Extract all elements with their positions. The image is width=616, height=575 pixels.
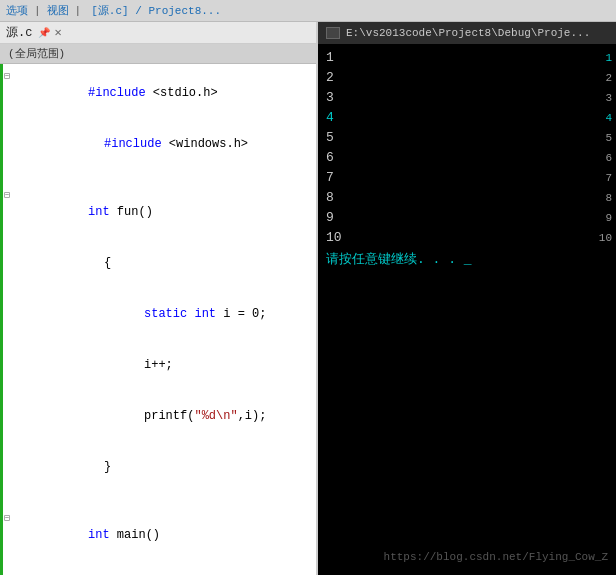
output-numbers: 1 2 3 4 5 6 7 8 9 10 请按任意键继续. . . _ — [326, 48, 472, 571]
console-panel: E:\vs2013code\Project8\Debug\Proje... 1 … — [318, 22, 616, 575]
code-line-9: } — [0, 442, 316, 493]
code-line-10 — [0, 493, 316, 510]
line-content-4: int fun() — [14, 187, 316, 238]
line-content-11: int main() — [14, 510, 316, 561]
scope-label: (全局范围) — [8, 46, 65, 61]
file-tab[interactable]: 源.c 📌 ✕ — [0, 22, 316, 44]
line-content-9: } — [14, 442, 316, 493]
breadcrumb: 选项 — [6, 3, 28, 18]
console-content: 1 2 3 4 5 6 7 8 9 10 请按任意键继续. . . _ 1 2 … — [318, 44, 616, 575]
line-content-3 — [14, 170, 316, 187]
code-line-2: #include <windows.h> — [0, 119, 316, 170]
file-tab-name: 源.c — [6, 24, 32, 41]
output-line-9: 9 — [326, 208, 472, 228]
line-content-1: #include <stdio.h> — [14, 68, 316, 119]
code-area[interactable]: ⊟ #include <stdio.h> #include <windows.h… — [0, 64, 316, 575]
line-content-8: printf("%d\n",i); — [14, 391, 316, 442]
code-line-11: ⊟ int main() — [0, 510, 316, 561]
watermark: https://blog.csdn.net/Flying_Cow_Z — [384, 547, 608, 567]
line-content-6: static int i = 0; — [14, 289, 316, 340]
right-line-numbers: 1 2 3 4 5 6 7 8 9 10 — [599, 48, 612, 248]
code-line-4: ⊟ int fun() — [0, 187, 316, 238]
output-line-7: 7 — [326, 168, 472, 188]
output-line-3: 3 — [326, 88, 472, 108]
top-bar: 选项 | 视图 | [源.c] / Project8... — [0, 0, 616, 22]
line-content-12: { — [14, 561, 316, 575]
line-content-10 — [14, 493, 316, 510]
output-line-8: 8 — [326, 188, 472, 208]
output-line-5: 5 — [326, 128, 472, 148]
line-content-7: i++; — [14, 340, 316, 391]
pin-icon[interactable]: 📌 — [38, 27, 50, 39]
output-line-1: 1 — [326, 48, 472, 68]
close-icon[interactable]: ✕ — [54, 25, 61, 40]
breadcrumb2: 视图 — [47, 3, 69, 18]
line-content-2: #include <windows.h> — [14, 119, 316, 170]
console-title: E:\vs2013code\Project8\Debug\Proje... — [346, 27, 590, 39]
console-title-bar: E:\vs2013code\Project8\Debug\Proje... — [318, 22, 616, 44]
scope-bar[interactable]: (全局范围) — [0, 44, 316, 64]
continue-message: 请按任意键继续. . . _ — [326, 250, 472, 270]
line-content-5: { — [14, 238, 316, 289]
project-path: [源.c] / Project8... — [91, 3, 221, 18]
editor-panel: 源.c 📌 ✕ (全局范围) ⊟ #include <stdio.h> — [0, 22, 318, 575]
code-line-3 — [0, 170, 316, 187]
code-line-6: static int i = 0; — [0, 289, 316, 340]
main-area: 源.c 📌 ✕ (全局范围) ⊟ #include <stdio.h> — [0, 22, 616, 575]
output-line-4: 4 — [326, 108, 472, 128]
code-line-5: { — [0, 238, 316, 289]
code-line-12: { — [0, 561, 316, 575]
active-scope-border — [0, 64, 3, 575]
code-line-8: printf("%d\n",i); — [0, 391, 316, 442]
code-line-1: ⊟ #include <stdio.h> — [0, 68, 316, 119]
console-window-icon — [326, 27, 340, 39]
code-line-7: i++; — [0, 340, 316, 391]
output-line-2: 2 — [326, 68, 472, 88]
breadcrumb-area: 选项 | 视图 | [源.c] / Project8... — [6, 3, 221, 18]
output-line-6: 6 — [326, 148, 472, 168]
output-line-10: 10 — [326, 228, 472, 248]
